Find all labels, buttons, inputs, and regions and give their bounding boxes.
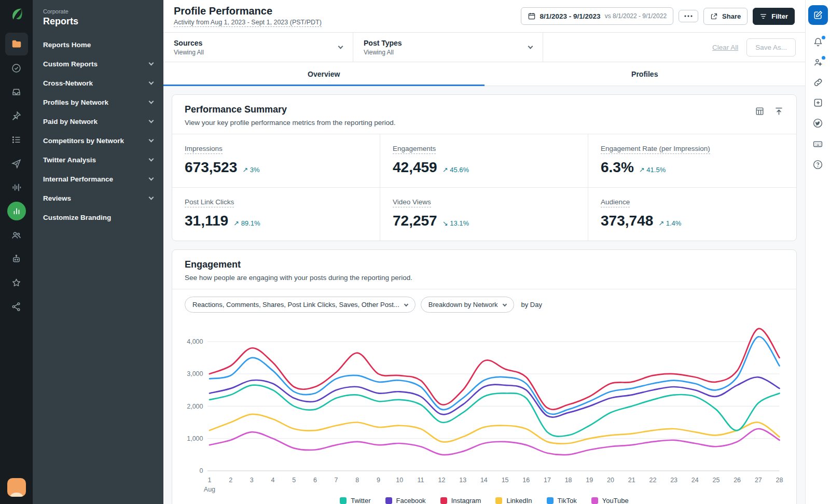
- sidebar-item-profiles-by-network[interactable]: Profiles by Network: [33, 93, 163, 112]
- reports-icon[interactable]: [5, 200, 28, 222]
- link-icon[interactable]: [813, 77, 823, 88]
- sprout-logo[interactable]: [9, 6, 24, 24]
- sidebar-item-label: Custom Reports: [43, 60, 98, 68]
- automation-icon[interactable]: [5, 247, 28, 270]
- filter-button[interactable]: Filter: [753, 8, 795, 25]
- publishing-icon[interactable]: [5, 152, 28, 175]
- metric-label[interactable]: Engagement Rate (per Impression): [601, 145, 710, 154]
- clear-all-link[interactable]: Clear All: [712, 44, 738, 51]
- asset-library-icon[interactable]: [5, 128, 28, 151]
- sidebar-item-twitter-analysis[interactable]: Twitter Analysis: [33, 150, 163, 170]
- page-header: Profile Performance Activity from Aug 1,…: [163, 0, 805, 33]
- legend-swatch: [547, 497, 554, 504]
- trend-arrow-icon: ↗: [658, 219, 664, 227]
- report-activity-range[interactable]: Activity from Aug 1, 2023 - Sept 1, 2023…: [174, 19, 322, 27]
- help-icon[interactable]: [812, 159, 823, 170]
- integrations-icon[interactable]: [5, 295, 28, 318]
- metric-change: ↗ 41.5%: [639, 166, 666, 174]
- tasks-icon[interactable]: [5, 57, 28, 79]
- ellipsis-icon: [684, 15, 693, 17]
- engagement-metrics-dropdown[interactable]: Reactions, Comments, Shares, Post Link C…: [185, 297, 416, 313]
- legend-item-twitter[interactable]: Twitter: [340, 497, 370, 504]
- folders-icon[interactable]: [5, 33, 28, 55]
- x-tick-label: 11: [417, 477, 424, 484]
- breakdown-dropdown-value: Breakdown by Network: [428, 301, 498, 309]
- sidebar-item-competitors-by-network[interactable]: Competitors by Network: [33, 131, 163, 150]
- metric-change: ↗ 45.6%: [442, 166, 469, 174]
- x-tick-label: 8: [355, 477, 359, 484]
- legend-swatch: [440, 497, 447, 504]
- sidebar-item-label: Paid by Network: [43, 118, 98, 125]
- legend-item-instagram[interactable]: Instagram: [440, 497, 481, 504]
- keyboard-shortcuts-icon[interactable]: [812, 138, 823, 149]
- metric-value: 72,257: [393, 213, 437, 229]
- collapse-export-icon[interactable]: [774, 106, 784, 118]
- page-title: Profile Performance: [174, 5, 322, 17]
- sidebar-item-paid-by-network[interactable]: Paid by Network: [33, 112, 163, 131]
- pin-icon[interactable]: [5, 104, 28, 127]
- more-options-button[interactable]: [679, 10, 698, 22]
- date-range-button[interactable]: 8/1/2023 - 9/1/2023 vs 8/1/2022 - 9/1/20…: [521, 7, 674, 25]
- engagement-chart-area: 01,0002,0003,0004,0001234567891011121314…: [172, 315, 796, 496]
- share-button[interactable]: Share: [703, 8, 748, 25]
- twitter-bird-icon[interactable]: [812, 118, 823, 129]
- sources-dropdown[interactable]: Sources Viewing All: [163, 33, 353, 62]
- sidebar-item-internal-performance[interactable]: Internal Performance: [33, 170, 163, 189]
- reports-active-indicator: [7, 202, 26, 220]
- metric-post-link-clicks: Post Link Clicks 31,119 ↗ 89.1%: [172, 188, 380, 241]
- trend-arrow-icon: ↗: [242, 166, 248, 174]
- influencers-icon[interactable]: [5, 271, 28, 294]
- inbox-icon[interactable]: [5, 80, 28, 103]
- metric-value-row: 42,459 ↗ 45.6%: [393, 159, 575, 176]
- metric-change: ↘ 13.1%: [442, 219, 469, 227]
- x-tick-label: 18: [565, 477, 572, 484]
- filter-bar: Sources Viewing All Post Types Viewing A…: [163, 33, 805, 62]
- legend-item-facebook[interactable]: Facebook: [385, 497, 426, 504]
- sidebar-item-custom-reports[interactable]: Custom Reports: [33, 54, 163, 74]
- metric-label[interactable]: Audience: [601, 198, 630, 207]
- tab-overview[interactable]: Overview: [163, 62, 485, 86]
- legend-item-tiktok[interactable]: TikTok: [547, 497, 577, 504]
- legend-item-linkedin[interactable]: LinkedIn: [495, 497, 532, 504]
- report-tabs: Overview Profiles: [163, 62, 805, 86]
- post-types-dropdown[interactable]: Post Types Viewing All: [353, 33, 543, 62]
- x-tick-label: 15: [502, 477, 509, 484]
- sidebar-item-reviews[interactable]: Reviews: [33, 189, 163, 208]
- compose-button[interactable]: [808, 5, 828, 25]
- table-view-icon[interactable]: [755, 106, 765, 118]
- metric-label[interactable]: Post Link Clicks: [185, 198, 234, 207]
- save-as-button[interactable]: Save As...: [746, 38, 796, 57]
- legend-item-youtube[interactable]: YouTube: [591, 497, 629, 504]
- engagement-assistant-icon[interactable]: [813, 57, 823, 67]
- metric-label[interactable]: Video Views: [393, 198, 431, 207]
- calendar-icon: [528, 12, 536, 20]
- notifications-bell-icon[interactable]: [813, 37, 823, 47]
- trend-arrow-icon: ↘: [442, 219, 448, 227]
- tab-profiles[interactable]: Profiles: [485, 62, 806, 86]
- x-tick-label: 1: [208, 477, 211, 484]
- performance-summary-header: Performance Summary View your key profil…: [172, 95, 796, 134]
- create-new-icon[interactable]: [813, 97, 823, 108]
- sidebar-eyebrow: Corporate: [43, 8, 153, 15]
- audience-icon[interactable]: [5, 223, 28, 246]
- metric-label[interactable]: Engagements: [393, 145, 436, 154]
- notification-dot: [822, 56, 825, 60]
- engagement-description: See how people are engaging with your po…: [185, 274, 412, 282]
- sidebar-item-cross-network[interactable]: Cross-Network: [33, 74, 163, 93]
- performance-summary-description: View your key profile performance metric…: [185, 119, 395, 127]
- legend-label: Twitter: [351, 497, 370, 504]
- listening-icon[interactable]: [5, 176, 28, 199]
- breakdown-dropdown[interactable]: Breakdown by Network: [421, 297, 514, 313]
- engagement-line-chart: 01,0002,0003,0004,0001234567891011121314…: [183, 317, 786, 496]
- metric-label[interactable]: Impressions: [185, 145, 223, 154]
- metric-change-value: 1.4%: [666, 219, 682, 227]
- sidebar-item-reports-home[interactable]: Reports Home: [33, 35, 163, 54]
- legend-label: LinkedIn: [506, 497, 532, 504]
- user-avatar[interactable]: [7, 478, 26, 497]
- chevron-down-icon: [502, 302, 506, 306]
- sidebar-item-customize-branding[interactable]: Customize Branding: [33, 208, 163, 227]
- engagement-controls: Reactions, Comments, Shares, Post Link C…: [172, 289, 796, 315]
- sources-value: Viewing All: [174, 49, 204, 56]
- chevron-down-icon: [149, 80, 154, 85]
- metric-change-value: 41.5%: [646, 166, 666, 174]
